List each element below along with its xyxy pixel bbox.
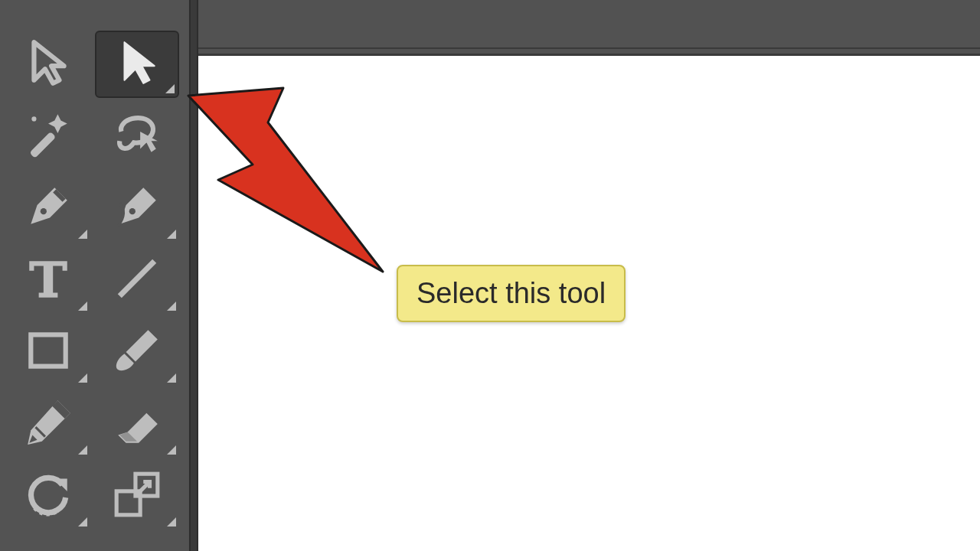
paintbrush-tool[interactable]: [95, 318, 179, 386]
svg-point-3: [129, 208, 135, 214]
flyout-indicator-icon: [167, 302, 176, 311]
flyout-indicator-icon: [78, 373, 87, 383]
instruction-callout: Select this tool: [397, 265, 626, 322]
flyout-indicator-icon: [78, 230, 87, 239]
magic-wand-tool[interactable]: [6, 103, 90, 170]
curvature-tool[interactable]: [95, 174, 179, 242]
flyout-indicator-icon: [167, 445, 176, 455]
flyout-indicator-icon: [165, 84, 175, 93]
rotate-tool[interactable]: [6, 462, 90, 530]
flyout-indicator-icon: [78, 517, 87, 527]
flyout-indicator-icon: [78, 445, 87, 455]
direct-selection-tool-icon: [112, 37, 162, 91]
rectangle-tool[interactable]: [6, 318, 90, 386]
instruction-text: Select this tool: [416, 277, 606, 309]
flyout-indicator-icon: [78, 302, 87, 311]
eraser-tool-icon: [112, 397, 162, 451]
rotate-tool-icon: [23, 469, 74, 523]
pencil-tool-icon: [23, 397, 74, 451]
selection-tool[interactable]: [6, 31, 90, 98]
flyout-indicator-icon: [167, 373, 176, 383]
document-header: [198, 0, 980, 49]
panel-divider[interactable]: [189, 0, 198, 551]
svg-line-4: [119, 261, 154, 295]
pencil-tool[interactable]: [6, 390, 90, 458]
scale-tool-icon: [112, 469, 162, 523]
type-tool[interactable]: [6, 246, 90, 314]
magic-wand-tool-icon: [23, 109, 74, 163]
pen-tool-icon: [23, 181, 74, 235]
line-segment-tool[interactable]: [95, 246, 179, 314]
direct-selection-tool[interactable]: [95, 31, 179, 98]
paintbrush-tool-icon: [112, 325, 162, 379]
svg-rect-5: [31, 334, 65, 366]
curvature-tool-icon: [112, 181, 162, 235]
flyout-indicator-icon: [167, 517, 176, 527]
line-segment-tool-icon: [112, 253, 162, 307]
svg-point-1: [31, 116, 36, 121]
tool-panel: [0, 0, 188, 551]
scale-tool[interactable]: [95, 462, 179, 530]
eraser-tool[interactable]: [95, 390, 179, 458]
svg-rect-0: [29, 132, 56, 158]
selection-tool-icon: [23, 37, 74, 91]
pen-tool[interactable]: [6, 174, 90, 242]
lasso-tool[interactable]: [95, 103, 179, 170]
type-tool-icon: [23, 253, 74, 307]
rectangle-tool-icon: [23, 325, 74, 379]
lasso-tool-icon: [112, 109, 162, 163]
svg-point-2: [41, 208, 47, 214]
flyout-indicator-icon: [167, 230, 176, 239]
